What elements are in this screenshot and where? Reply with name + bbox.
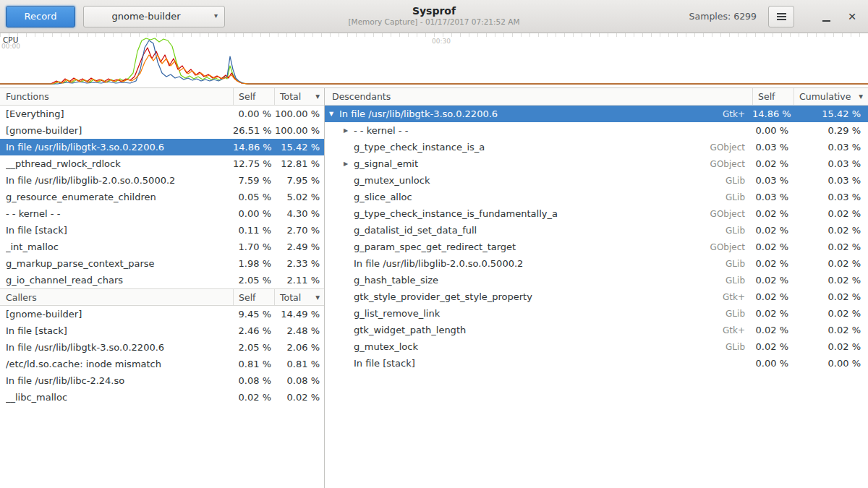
right-pane: Descendants Self Cumulative ▼ ▼ In file … xyxy=(325,88,868,488)
callers-self-column-header[interactable]: Self xyxy=(233,289,274,305)
library-badge: GObject xyxy=(710,242,752,252)
descendant-name-cell: g_type_check_instance_is_fundamentally_a… xyxy=(342,208,752,219)
functions-table-row[interactable]: In file /usr/lib/libgtk-3.so.0.2200.6 14… xyxy=(0,139,324,155)
expander-icon[interactable]: ▼ xyxy=(328,111,339,117)
functions-total-column-header[interactable]: Total ▼ xyxy=(274,88,324,105)
descendants-table-row[interactable]: g_list_remove_link GLib 0.02 % 0.02 % xyxy=(325,305,868,322)
functions-table-row[interactable]: _int_malloc 1.70 % 2.49 % xyxy=(0,239,324,255)
descendant-cumulative-value: 0.02 % xyxy=(793,308,868,319)
library-badge: GLib xyxy=(726,176,752,186)
descendant-cumulative-value: 0.03 % xyxy=(793,158,868,169)
descendants-table-row[interactable]: gtk_style_provider_get_style_property Gt… xyxy=(325,288,868,305)
callers-table-row[interactable]: In file [stack] 2.46 % 2.48 % xyxy=(0,322,324,339)
descendants-table-row[interactable]: g_mutex_unlock GLib 0.03 % 0.03 % xyxy=(325,172,868,189)
descendants-table-row[interactable]: g_type_check_instance_is_a GObject 0.03 … xyxy=(325,139,868,155)
process-selector-dropdown[interactable]: gnome-builder ▾ xyxy=(83,6,225,27)
functions-table-row[interactable]: g_io_channel_read_chars 2.05 % 2.11 % xyxy=(0,272,324,288)
descendant-name: g_datalist_id_set_data_full xyxy=(354,225,477,236)
expander-icon[interactable]: ▶ xyxy=(342,160,354,167)
descendants-table-row[interactable]: ▶ g_signal_emit GObject 0.02 % 0.03 % xyxy=(325,155,868,172)
functions-self-column-header[interactable]: Self xyxy=(233,88,274,105)
functions-table-row[interactable]: In file /usr/lib/libglib-2.0.so.0.5000.2… xyxy=(0,172,324,189)
descendant-name-cell: g_mutex_lock GLib xyxy=(342,341,752,352)
functions-table-row[interactable]: - - kernel - - 0.00 % 4.30 % xyxy=(0,205,324,222)
library-badge: Gtk+ xyxy=(723,292,752,302)
function-total-value: 2.11 % xyxy=(274,275,324,286)
functions-table-row[interactable]: g_resource_enumerate_children 0.05 % 5.0… xyxy=(0,189,324,205)
function-self-value: 14.86 % xyxy=(233,142,274,153)
caller-self-value: 0.81 % xyxy=(233,359,274,369)
callers-table-row[interactable]: In file /usr/lib/libgtk-3.so.0.2200.6 2.… xyxy=(0,339,324,356)
expander-icon[interactable]: ▶ xyxy=(342,127,354,134)
function-self-value: 26.51 % xyxy=(233,125,274,136)
menu-button[interactable] xyxy=(768,6,794,27)
descendants-table-row[interactable]: gtk_widget_path_length Gtk+ 0.02 % 0.02 … xyxy=(325,322,868,338)
function-total-value: 2.49 % xyxy=(274,241,324,252)
close-button[interactable]: × xyxy=(842,6,862,27)
function-name: - - kernel - - xyxy=(6,208,233,219)
function-name: In file /usr/lib/libgtk-3.so.0.2200.6 xyxy=(6,142,233,153)
function-self-value: 0.00 % xyxy=(233,208,274,219)
descendants-table-row[interactable]: g_datalist_id_set_data_full GLib 0.02 % … xyxy=(325,222,868,239)
functions-table-row[interactable]: __pthread_rwlock_rdlock 12.75 % 12.81 % xyxy=(0,155,324,172)
function-name: g_markup_parse_context_parse xyxy=(6,258,233,269)
cpu-blue-line xyxy=(0,40,868,84)
descendant-self-value: 0.02 % xyxy=(752,291,793,302)
function-self-value: 1.98 % xyxy=(233,258,274,269)
descendants-cumulative-column-header[interactable]: Cumulative ▼ xyxy=(793,88,868,105)
close-icon: × xyxy=(848,9,856,23)
functions-table-row[interactable]: In file [stack] 0.11 % 2.70 % xyxy=(0,222,324,239)
function-total-value: 5.02 % xyxy=(274,192,324,202)
descendants-table-row[interactable]: In file /usr/lib/libglib-2.0.so.0.5000.2… xyxy=(325,255,868,272)
caller-name: __libc_malloc xyxy=(6,392,233,403)
descendants-table-row[interactable]: g_type_check_instance_is_fundamentally_a… xyxy=(325,205,868,222)
callers-table-row[interactable]: [gnome-builder] 9.45 % 14.49 % xyxy=(0,306,324,322)
callers-column-header[interactable]: Callers xyxy=(0,289,233,305)
caller-self-value: 2.46 % xyxy=(233,325,274,336)
function-total-value: 15.42 % xyxy=(274,142,324,153)
descendants-self-column-header[interactable]: Self xyxy=(752,88,793,105)
cpu-green-line xyxy=(0,38,868,84)
library-badge: Gtk+ xyxy=(723,109,752,119)
function-total-value: 7.95 % xyxy=(274,175,324,186)
descendant-name-cell: ▶ g_signal_emit GObject xyxy=(342,158,752,169)
descendants-column-header[interactable]: Descendants xyxy=(325,88,752,105)
functions-table-row[interactable]: [Everything] 0.00 % 100.00 % xyxy=(0,106,324,122)
headerbar: Record gnome-builder ▾ Sysprof [Memory C… xyxy=(0,0,868,33)
minimize-button[interactable] xyxy=(816,6,836,27)
descendants-table-row[interactable]: g_mutex_lock GLib 0.02 % 0.02 % xyxy=(325,338,868,355)
descendant-cumulative-value: 0.02 % xyxy=(793,258,868,269)
descendant-cumulative-value: 0.29 % xyxy=(793,125,868,136)
descendants-table-row[interactable]: In file [stack] 0.00 % 0.00 % xyxy=(325,355,868,372)
time-label-start: 00:00 xyxy=(1,43,20,50)
descendant-self-value: 0.02 % xyxy=(752,225,793,236)
library-badge: GObject xyxy=(710,209,752,219)
callers-table-row[interactable]: __libc_malloc 0.02 % 0.02 % xyxy=(0,389,324,406)
cpu-graph[interactable]: CPU 00:00 00:30 xyxy=(0,33,868,88)
caller-self-value: 2.05 % xyxy=(233,342,274,353)
descendant-name-cell: g_hash_table_size GLib xyxy=(342,275,752,286)
library-badge: GObject xyxy=(710,159,752,169)
descendants-table-row[interactable]: ▼ In file /usr/lib/libgtk-3.so.0.2200.6 … xyxy=(325,106,868,122)
callers-table-row[interactable]: /etc/ld.so.cache: inode mismatch 0.81 % … xyxy=(0,356,324,372)
caller-name: /etc/ld.so.cache: inode mismatch xyxy=(6,359,233,369)
functions-table-row[interactable]: [gnome-builder] 26.51 % 100.00 % xyxy=(0,122,324,139)
descendants-table-row[interactable]: ▶ - - kernel - - 0.00 % 0.29 % xyxy=(325,122,868,139)
descendants-cumulative-label: Cumulative xyxy=(799,91,851,102)
descendants-table-body: ▼ In file /usr/lib/libgtk-3.so.0.2200.6 … xyxy=(325,106,868,372)
descendant-name: gtk_style_provider_get_style_property xyxy=(354,291,532,302)
callers-total-column-header[interactable]: Total ▼ xyxy=(274,289,324,305)
functions-total-label: Total xyxy=(280,91,301,102)
record-button[interactable]: Record xyxy=(6,6,75,27)
callers-table-row[interactable]: In file /usr/lib/libc-2.24.so 0.08 % 0.0… xyxy=(0,372,324,389)
functions-column-header[interactable]: Functions xyxy=(0,88,233,105)
main-content: Functions Self Total ▼ [Everything] 0.00… xyxy=(0,88,868,488)
descendant-cumulative-value: 0.03 % xyxy=(793,142,868,153)
descendants-table-row[interactable]: g_param_spec_get_redirect_target GObject… xyxy=(325,239,868,255)
descendant-self-value: 0.02 % xyxy=(752,325,793,335)
functions-table-row[interactable]: g_markup_parse_context_parse 1.98 % 2.33… xyxy=(0,255,324,272)
caller-self-value: 9.45 % xyxy=(233,309,274,320)
descendants-table-row[interactable]: g_slice_alloc GLib 0.03 % 0.03 % xyxy=(325,189,868,205)
descendants-table-row[interactable]: g_hash_table_size GLib 0.02 % 0.02 % xyxy=(325,272,868,288)
descendant-name: - - kernel - - xyxy=(354,125,408,136)
